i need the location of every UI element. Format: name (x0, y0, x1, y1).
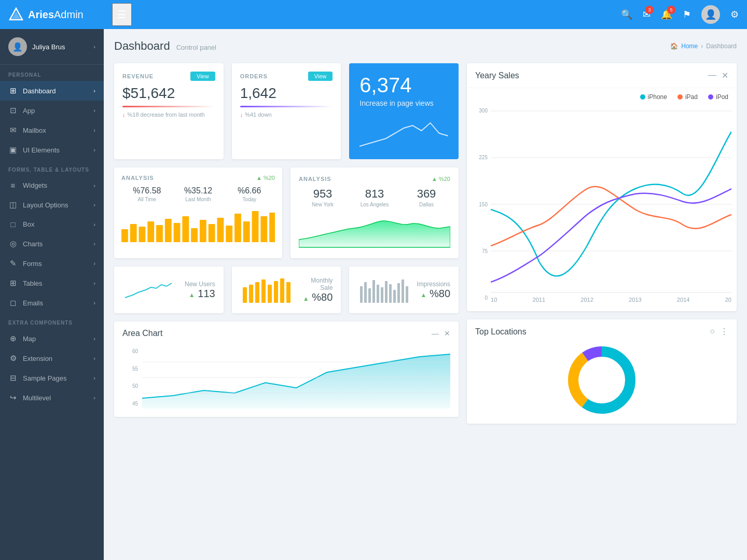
iphone-legend-label: iPhone (648, 93, 667, 101)
yearly-chart-svg-container: 2010 2011 2012 2013 2014 2015 (491, 106, 731, 303)
ipad-legend-label: iPad (685, 93, 698, 101)
sidebar-item-forms[interactable]: ✎ Forms › (0, 254, 104, 273)
charts-icon: ◎ (8, 239, 18, 248)
svg-rect-11 (200, 220, 206, 242)
donut-chart (565, 344, 638, 416)
nav-right: 🔍 ✉ 3 🔔 5 ⚑ 👤 ⚙ (621, 5, 739, 24)
analysis1-stat-today-val: %6.66 (224, 186, 275, 195)
area-chart-content: 60 55 50 45 (122, 346, 450, 409)
orders-value: 1,642 (240, 85, 333, 102)
svg-rect-37 (397, 283, 400, 303)
yearly-minimize-button[interactable]: — (708, 71, 716, 80)
sidebar-item-extension[interactable]: ⚙ Extension › (0, 348, 104, 368)
bell-badge: 5 (667, 6, 675, 14)
revenue-value: $51,642 (122, 85, 215, 102)
flag-icon[interactable]: ⚑ (683, 9, 691, 20)
svg-rect-26 (280, 278, 284, 303)
sidebar-item-multilevel[interactable]: ↪ Multilevel › (0, 388, 104, 408)
monthly-sale-info: Monthly Sale ▲ %80 (298, 277, 333, 303)
breadcrumb-home-link[interactable]: Home (681, 43, 698, 50)
impressions-value: ▲ %80 (416, 288, 450, 300)
sidebar-item-map[interactable]: ⊕ Map › (0, 329, 104, 348)
user-section[interactable]: 👤 Juliya Brus › (0, 29, 104, 65)
svg-rect-34 (385, 281, 388, 303)
area-chart-y-axis: 60 55 50 45 (122, 346, 138, 409)
revenue-view-button[interactable]: View (190, 72, 215, 81)
top-locations-title: Top Locations (475, 327, 527, 337)
svg-rect-13 (217, 218, 224, 242)
sidebar-item-mailbox[interactable]: ✉ Mailbox › (0, 120, 104, 140)
revenue-change: ↓ %18 decrease from last month (122, 111, 215, 118)
top-navbar: AriesAdmin ☰ 🔍 ✉ 3 🔔 5 ⚑ 👤 ⚙ (0, 0, 747, 29)
sidebar-item-tables[interactable]: ⊞ Tables › (0, 273, 104, 293)
svg-rect-2 (121, 229, 128, 242)
app-icon: ⊡ (8, 106, 18, 115)
sidebar-item-ui-elements[interactable]: ▣ UI Elements › (0, 140, 104, 160)
breadcrumb: 🏠 Home › Dashboard (670, 43, 737, 50)
ipad-legend-dot (677, 94, 683, 100)
mail-icon[interactable]: ✉ 3 (643, 9, 651, 20)
page-views-card: 6,374 Increase in page views (349, 63, 459, 159)
sidebar-item-widgets[interactable]: ≡ Widgets › (0, 176, 104, 195)
area-chart-close[interactable]: ✕ (444, 329, 450, 338)
sidebar-item-app[interactable]: ⊡ App › (0, 101, 104, 120)
sidebar-item-layout[interactable]: ◫ Layout Options › (0, 195, 104, 215)
bell-icon[interactable]: 🔔 5 (661, 9, 672, 20)
svg-rect-14 (226, 226, 232, 242)
monthly-sale-card: Monthly Sale ▲ %80 (232, 267, 341, 313)
top-loc-menu-icon[interactable]: ⋮ (720, 327, 728, 337)
sidebar-item-label: Mailbox (23, 127, 88, 134)
sidebar-item-box[interactable]: □ Box › (0, 215, 104, 234)
revenue-card: REVENUE View $51,642 ↓ %18 decrease from… (114, 63, 224, 159)
page-subtitle: Control panel (176, 44, 216, 51)
donut-chart-container (467, 341, 737, 424)
new-users-label: New Users (181, 281, 215, 288)
impressions-label: Impressions (416, 281, 450, 288)
impressions-info: Impressions ▲ %80 (416, 281, 450, 300)
svg-rect-17 (252, 211, 259, 242)
svg-rect-6 (156, 225, 163, 242)
analysis1-label: ANALYSIS (121, 175, 154, 181)
breadcrumb-current: Dashboard (706, 43, 737, 50)
settings-icon[interactable]: ⚙ (730, 9, 739, 20)
top-loc-circle-icon[interactable]: ○ (710, 327, 715, 337)
main-layout: 👤 Juliya Brus › PERSONAL ⊞ Dashboard › ⊡… (0, 29, 747, 560)
city-la-lbl: Los Angeles (351, 202, 398, 207)
sidebar-item-emails[interactable]: ◻ Emails › (0, 293, 104, 313)
left-column: REVENUE View $51,642 ↓ %18 decrease from… (114, 63, 459, 424)
section-label-personal: PERSONAL (0, 65, 104, 81)
layout-icon: ◫ (8, 200, 18, 209)
yearly-close-button[interactable]: ✕ (722, 71, 728, 80)
svg-rect-21 (249, 285, 253, 303)
user-name: Juliya Brus (32, 43, 88, 51)
new-users-value: ▲ 113 (181, 288, 215, 300)
svg-rect-3 (130, 224, 137, 242)
area-chart-controls: — ✕ (432, 329, 450, 338)
analysis1-stats: %76.58 All Time %35.12 Last Month %6.66 … (121, 186, 275, 202)
svg-rect-16 (243, 221, 250, 242)
hamburger-button[interactable]: ☰ (112, 3, 132, 26)
orders-change: ↓ %41 down (240, 111, 333, 118)
monthly-sale-label: Monthly Sale (298, 277, 333, 291)
analysis2-area-chart (299, 214, 450, 250)
svg-rect-35 (389, 284, 392, 303)
sidebar-item-dashboard[interactable]: ⊞ Dashboard › (0, 81, 104, 101)
impressions-card: Impressions ▲ %80 (349, 267, 459, 313)
orders-view-button[interactable]: View (308, 72, 333, 81)
svg-text:2012: 2012 (580, 297, 593, 303)
city-newyork-val: 953 (299, 187, 347, 201)
sidebar-item-label: Widgets (23, 181, 88, 189)
search-icon[interactable]: 🔍 (621, 9, 632, 20)
ipod-legend-dot (708, 94, 713, 100)
section-label-forms: FORMS, TABLE & LAYOUTS (0, 160, 104, 176)
monthly-sale-arrow: ▲ (303, 295, 309, 302)
sidebar-item-sample-pages[interactable]: ⊟ Sample Pages › (0, 368, 104, 388)
widgets-icon: ≡ (8, 181, 18, 190)
page-title: Dashboard (114, 39, 170, 53)
user-avatar-nav[interactable]: 👤 (701, 5, 720, 24)
box-icon: □ (8, 220, 18, 229)
area-chart-minimize[interactable]: — (432, 329, 439, 338)
analysis1-bar-chart (121, 208, 275, 242)
monthly-sale-bars (240, 277, 292, 303)
sidebar-item-charts[interactable]: ◎ Charts › (0, 234, 104, 254)
